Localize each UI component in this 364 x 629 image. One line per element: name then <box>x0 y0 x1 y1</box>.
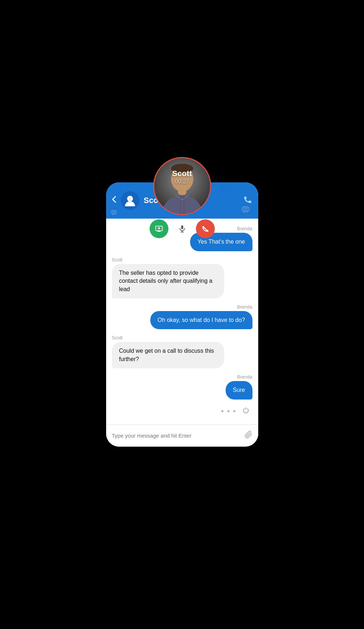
message-group-3: Brenda Oh okay, so what do I have to do? <box>112 304 252 329</box>
call-timer: 00:27 <box>172 178 192 185</box>
message-group-4: Scott Could we get on a call to discuss … <box>112 335 252 368</box>
screen-share-button[interactable] <box>150 219 168 238</box>
phone-container: Scott 00:27 <box>106 182 258 446</box>
svg-rect-7 <box>181 225 183 229</box>
contact-avatar <box>121 191 139 210</box>
caller-avatar: Scott 00:27 <box>153 157 211 215</box>
message-bubble-5: Sure <box>226 381 252 399</box>
sender-2: Scott <box>112 257 123 262</box>
dots-icon[interactable]: • • • <box>221 407 236 415</box>
message-group-5: Brenda Sure <box>112 374 252 399</box>
message-bubble-4: Could we get on a call to discuss this f… <box>112 342 224 368</box>
bottom-actions: • • • <box>112 405 252 417</box>
message-group-2: Scott The seller has opted to provide co… <box>112 257 252 298</box>
sender-5: Brenda <box>237 374 252 380</box>
caller-info: Scott 00:27 <box>172 169 192 185</box>
message-bubble-3: Oh okay, so what do I have to do? <box>150 311 252 329</box>
sender-4: Scott <box>112 335 123 340</box>
end-call-button[interactable] <box>196 219 215 238</box>
back-button[interactable] <box>112 196 116 205</box>
chat-body: Brenda Yes That's the one Scott The sell… <box>106 219 258 424</box>
mic-button[interactable] <box>173 219 192 238</box>
message-bubble-2: The seller has opted to provide contact … <box>112 264 224 298</box>
call-controls <box>150 219 215 238</box>
chat-input-area <box>106 425 258 447</box>
message-input[interactable] <box>112 433 244 439</box>
sender-1: Brenda <box>237 226 252 231</box>
caller-name: Scott <box>172 169 192 178</box>
attach-icon[interactable] <box>244 431 252 441</box>
sender-3: Brenda <box>237 304 252 310</box>
phone-call-button[interactable] <box>243 195 252 206</box>
call-overlay: Scott 00:27 <box>150 157 215 238</box>
power-icon[interactable] <box>242 407 250 416</box>
svg-point-11 <box>127 196 133 202</box>
